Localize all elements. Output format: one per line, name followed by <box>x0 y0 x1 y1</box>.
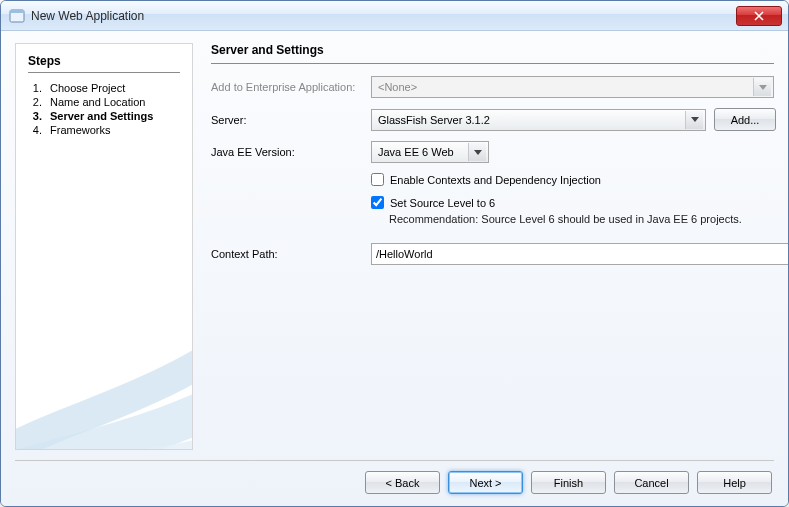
back-button[interactable]: < Back <box>365 471 440 494</box>
steps-heading: Steps <box>28 54 180 68</box>
javaee-combo[interactable]: Java EE 6 Web <box>371 141 489 163</box>
enterprise-combo[interactable]: <None> <box>371 76 774 98</box>
wizard-window: New Web Application Steps 1. Choose Proj… <box>0 0 789 507</box>
step-choose-project: 1. Choose Project <box>28 81 180 95</box>
main-heading: Server and Settings <box>211 43 774 57</box>
cdi-label: Enable Contexts and Dependency Injection <box>390 174 601 186</box>
button-bar: < Back Next > Finish Cancel Help <box>15 460 774 496</box>
step-frameworks: 4. Frameworks <box>28 123 180 137</box>
step-name-location: 2. Name and Location <box>28 95 180 109</box>
step-server-settings: 3. Server and Settings <box>28 109 180 123</box>
app-icon <box>9 8 25 24</box>
sourcelevel-checkbox[interactable] <box>371 196 384 209</box>
sourcelevel-checkbox-row: Set Source Level to 6 <box>371 196 774 209</box>
divider <box>211 63 774 64</box>
chevron-down-icon <box>753 78 771 96</box>
javaee-label: Java EE Version: <box>211 146 363 158</box>
title-bar: New Web Application <box>1 1 788 31</box>
finish-button[interactable]: Finish <box>531 471 606 494</box>
server-combo[interactable]: GlassFish Server 3.1.2 <box>371 109 706 131</box>
divider <box>28 72 180 73</box>
steps-panel: Steps 1. Choose Project 2. Name and Loca… <box>15 43 193 450</box>
steps-list: 1. Choose Project 2. Name and Location 3… <box>28 81 180 137</box>
next-button[interactable]: Next > <box>448 471 523 494</box>
content-row: Steps 1. Choose Project 2. Name and Loca… <box>15 43 774 450</box>
cdi-checkbox[interactable] <box>371 173 384 186</box>
svg-rect-1 <box>10 10 24 13</box>
cdi-checkbox-row: Enable Contexts and Dependency Injection <box>371 173 774 186</box>
contextpath-input[interactable] <box>371 243 789 265</box>
contextpath-label: Context Path: <box>211 248 363 260</box>
enterprise-label: Add to Enterprise Application: <box>211 81 363 93</box>
recommendation-text: Recommendation: Source Level 6 should be… <box>371 213 774 225</box>
form-grid: Add to Enterprise Application: <None> Se… <box>211 76 774 265</box>
cancel-button[interactable]: Cancel <box>614 471 689 494</box>
chevron-down-icon <box>468 143 486 161</box>
add-server-button[interactable]: Add... <box>714 108 776 131</box>
sourcelevel-label: Set Source Level to 6 <box>390 197 495 209</box>
help-button[interactable]: Help <box>697 471 772 494</box>
decorative-swoosh <box>15 249 193 450</box>
close-icon <box>754 11 764 21</box>
main-panel: Server and Settings Add to Enterprise Ap… <box>211 43 774 450</box>
close-button[interactable] <box>736 6 782 26</box>
server-label: Server: <box>211 114 363 126</box>
window-title: New Web Application <box>31 9 736 23</box>
dialog-body: Steps 1. Choose Project 2. Name and Loca… <box>1 31 788 506</box>
chevron-down-icon <box>685 111 703 129</box>
